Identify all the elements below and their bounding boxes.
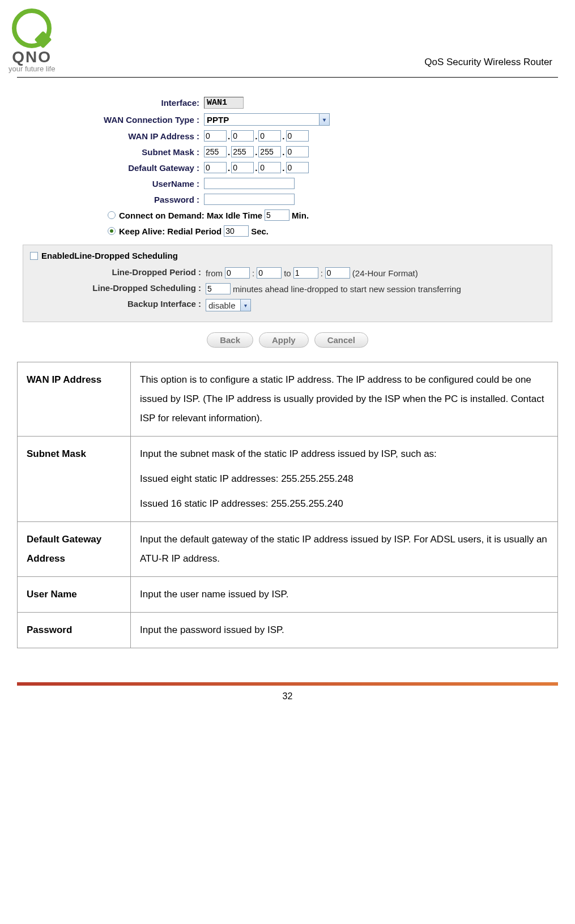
gateway-label: Default Gateway : (23, 163, 204, 173)
subnet-key: Subnet Mask (18, 437, 131, 522)
subnet-desc: Input the subnet mask of the static IP a… (131, 437, 558, 522)
table-row: WAN IP Address This option is to configu… (18, 362, 558, 437)
keep-alive-radio[interactable] (108, 227, 116, 235)
table-row: Subnet Mask Input the subnet mask of the… (18, 437, 558, 522)
chevron-down-icon: ▾ (319, 114, 329, 125)
period-from-m[interactable] (257, 267, 282, 279)
wan-ip-4[interactable] (286, 130, 309, 142)
min-unit: Min. (292, 211, 309, 220)
gateway-2[interactable] (231, 162, 254, 173)
username-key: User Name (18, 577, 131, 613)
password-key: Password (18, 613, 131, 648)
period-to: to (284, 268, 291, 278)
wan-ip-2[interactable] (231, 130, 254, 142)
sched-row: Line-Dropped Scheduling : minutes ahead … (30, 281, 545, 297)
period-row: Line-Dropped Period : from : to : (24-Ho… (30, 265, 545, 281)
connect-on-demand-radio[interactable] (108, 211, 116, 219)
username-row: UserName : (23, 176, 552, 191)
conn-type-select[interactable]: PPTP ▾ (204, 113, 330, 126)
conn-type-label: WAN Connection Type : (23, 115, 204, 125)
document-title: QoS Security Wireless Router (424, 57, 552, 72)
interface-row: Interface: WAN1 (23, 95, 552, 111)
period-from: from (206, 268, 223, 278)
password-desc: Input the password issued by ISP. (131, 613, 558, 648)
gateway-key: Default Gateway Address (18, 522, 131, 577)
password-row: Password : (23, 191, 552, 207)
keep-alive-row: Keep Alive: Redial Period Sec. (23, 223, 552, 239)
subnet-2[interactable] (231, 146, 254, 157)
wan-ip-label: WAN IP Address : (23, 131, 204, 141)
page-number: 32 (0, 691, 575, 701)
wan-ip-1[interactable] (204, 130, 227, 142)
gateway-4[interactable] (286, 162, 309, 173)
logo-text: QNO (12, 49, 52, 65)
subnet-desc-3: Issued 16 static IP addresses: 255.255.2… (140, 494, 548, 514)
logo: QNO your future life (8, 8, 55, 72)
header-rule (17, 77, 558, 78)
backup-row: Backup Interface : disable ▾ (30, 297, 545, 314)
username-input[interactable] (204, 178, 295, 189)
line-dropped-title: EnabledLine-Dropped Scheduling (41, 251, 178, 260)
sched-minutes-input[interactable] (206, 283, 231, 294)
table-row: Password Input the password issued by IS… (18, 613, 558, 648)
backup-value: disable (206, 300, 240, 311)
chevron-down-icon: ▾ (240, 300, 250, 311)
button-row: Back Apply Cancel (23, 332, 552, 348)
subnet-desc-2: Issued eight static IP addresses: 255.25… (140, 469, 548, 489)
enable-line-dropped-checkbox[interactable] (30, 252, 38, 260)
period-note: (24-Hour Format) (352, 268, 418, 278)
redial-input[interactable] (224, 225, 249, 237)
gateway-3[interactable] (258, 162, 281, 173)
wan-ip-desc: This option is to configure a static IP … (131, 362, 558, 437)
wan-ip-row: WAN IP Address : . . . (23, 128, 552, 144)
conn-type-value: PPTP (205, 114, 319, 125)
backup-select[interactable]: disable ▾ (206, 299, 251, 311)
table-row: User Name Input the user name issued by … (18, 577, 558, 613)
connect-on-demand-row: Connect on Demand: Max Idle Time Min. (23, 207, 552, 223)
period-from-h[interactable] (225, 267, 250, 279)
connect-on-demand-label: Connect on Demand: Max Idle Time (119, 211, 262, 220)
sched-text: minutes ahead line-dropped to start new … (233, 284, 461, 294)
description-table: WAN IP Address This option is to configu… (17, 362, 558, 648)
subnet-4[interactable] (286, 146, 309, 157)
config-panel: Interface: WAN1 WAN Connection Type : PP… (23, 89, 552, 348)
back-button[interactable]: Back (207, 332, 253, 348)
gateway-row: Default Gateway : . . . (23, 160, 552, 176)
subnet-label: Subnet Mask : (23, 147, 204, 157)
username-desc: Input the user name issued by ISP. (131, 577, 558, 613)
footer: 32 (0, 682, 575, 701)
interface-select[interactable]: WAN1 (204, 97, 244, 109)
wan-ip-key: WAN IP Address (18, 362, 131, 437)
gateway-1[interactable] (204, 162, 227, 173)
period-to-h[interactable] (293, 267, 318, 279)
max-idle-input[interactable] (265, 209, 289, 221)
password-input[interactable] (204, 194, 295, 205)
line-dropped-box: EnabledLine-Dropped Scheduling Line-Drop… (23, 245, 552, 322)
wan-ip-3[interactable] (258, 130, 281, 142)
gateway-desc: Input the default gateway of the static … (131, 522, 558, 577)
logo-subtitle: your future life (8, 65, 55, 72)
conn-type-row: WAN Connection Type : PPTP ▾ (23, 111, 552, 128)
subnet-row: Subnet Mask : . . . (23, 144, 552, 160)
backup-label: Backup Interface : (30, 299, 206, 309)
subnet-desc-1: Input the subnet mask of the static IP a… (140, 444, 548, 464)
period-to-m[interactable] (325, 267, 350, 279)
apply-button[interactable]: Apply (259, 332, 309, 348)
subnet-1[interactable] (204, 146, 227, 157)
cancel-button[interactable]: Cancel (314, 332, 368, 348)
footer-rule (17, 682, 558, 686)
keep-alive-label: Keep Alive: Redial Period (119, 226, 222, 236)
table-row: Default Gateway Address Input the defaul… (18, 522, 558, 577)
subnet-3[interactable] (258, 146, 281, 157)
password-label: Password : (23, 195, 204, 204)
sched-label: Line-Dropped Scheduling : (30, 283, 206, 293)
sec-unit: Sec. (251, 226, 269, 236)
period-label: Line-Dropped Period : (30, 267, 206, 277)
interface-label: Interface: (23, 98, 204, 108)
logo-q-icon (12, 8, 52, 48)
page-header: QNO your future life QoS Security Wirele… (0, 0, 575, 77)
username-label: UserName : (23, 179, 204, 189)
